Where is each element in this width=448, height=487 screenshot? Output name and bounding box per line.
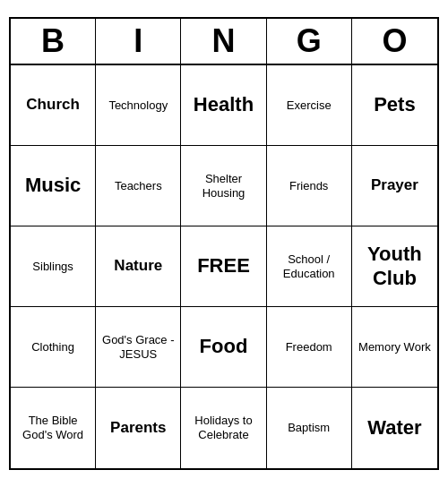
- bingo-cell-0: Church: [11, 65, 96, 146]
- bingo-cell-2: Health: [181, 65, 266, 146]
- bingo-cell-20: The Bible God's Word: [11, 388, 96, 468]
- header-letter-g: G: [267, 19, 352, 64]
- header-letter-n: N: [181, 19, 266, 64]
- bingo-cell-4: Pets: [352, 65, 437, 146]
- bingo-cell-13: School / Education: [267, 226, 352, 307]
- bingo-cell-21: Parents: [96, 388, 181, 468]
- bingo-cell-16: God's Grace - JESUS: [96, 307, 181, 388]
- bingo-cell-6: Teachers: [96, 146, 181, 226]
- bingo-cell-14: Youth Club: [352, 226, 437, 307]
- bingo-cell-22: Holidays to Celebrate: [181, 388, 266, 468]
- header-letter-i: I: [96, 19, 181, 64]
- bingo-cell-8: Friends: [267, 146, 352, 226]
- bingo-grid: ChurchTechnologyHealthExercisePetsMusicT…: [11, 65, 437, 468]
- header-letter-o: O: [352, 19, 437, 64]
- bingo-card: BINGO ChurchTechnologyHealthExercisePets…: [9, 17, 439, 470]
- bingo-cell-11: Nature: [96, 226, 181, 307]
- bingo-cell-1: Technology: [96, 65, 181, 146]
- bingo-cell-17: Food: [181, 307, 266, 388]
- bingo-cell-12: FREE: [181, 226, 266, 307]
- bingo-cell-9: Prayer: [352, 146, 437, 226]
- bingo-cell-5: Music: [11, 146, 96, 226]
- bingo-cell-24: Water: [352, 388, 437, 468]
- bingo-cell-23: Baptism: [267, 388, 352, 468]
- bingo-cell-15: Clothing: [11, 307, 96, 388]
- bingo-cell-18: Freedom: [267, 307, 352, 388]
- bingo-cell-10: Siblings: [11, 226, 96, 307]
- header-letter-b: B: [11, 19, 96, 64]
- bingo-header: BINGO: [11, 19, 437, 65]
- bingo-cell-19: Memory Work: [352, 307, 437, 388]
- bingo-cell-3: Exercise: [267, 65, 352, 146]
- bingo-cell-7: Shelter Housing: [181, 146, 266, 226]
